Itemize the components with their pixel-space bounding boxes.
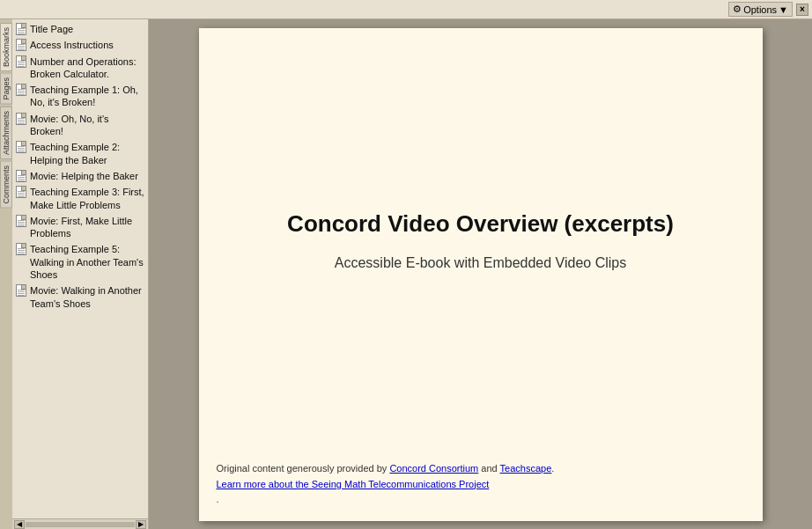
sidebar-item-label: Teaching Example 3: First, Make Little P… bbox=[30, 186, 144, 211]
tab-comments[interactable]: Comments bbox=[0, 161, 12, 209]
sidebar-item-label: Teaching Example 2: Helping the Baker bbox=[30, 141, 144, 166]
options-icon: ⚙ bbox=[733, 4, 742, 15]
main-area: Bookmarks Pages Attachments Comments Tit… bbox=[0, 19, 812, 529]
sidebar-item-label: Access Instructions bbox=[30, 39, 114, 51]
page-icon bbox=[16, 215, 26, 227]
pdf-subtitle: Accessible E-book with Embedded Video Cl… bbox=[335, 255, 626, 271]
sidebar-item[interactable]: Teaching Example 1: Oh, No, it's Broken! bbox=[12, 82, 148, 111]
sidebar-item[interactable]: Movie: First, Make Little Problems bbox=[12, 213, 148, 242]
sidebar-item[interactable]: Movie: Helping the Baker bbox=[12, 168, 148, 184]
page-icon bbox=[16, 55, 26, 68]
tab-bookmarks[interactable]: Bookmarks bbox=[0, 23, 12, 71]
sidebar-item-label: Number and Operations: Broken Calculator… bbox=[30, 55, 144, 81]
sidebar-item[interactable]: Number and Operations: Broken Calculator… bbox=[12, 54, 148, 83]
pdf-area: Concord Video Overview (excerpts) Access… bbox=[149, 19, 812, 529]
sidebar-item-label: Movie: Oh, No, it's Broken! bbox=[30, 113, 144, 138]
page-icon bbox=[16, 243, 26, 255]
page-icon bbox=[16, 23, 26, 35]
sidebar-item[interactable]: Movie: Walking in Another Team's Shoes bbox=[12, 283, 148, 312]
pdf-page-content: Concord Video Overview (excerpts) Access… bbox=[199, 28, 763, 452]
sidebar-item-label: Teaching Example 1: Oh, No, it's Broken! bbox=[30, 84, 144, 109]
page-icon bbox=[16, 170, 26, 182]
options-button[interactable]: ⚙ Options ▼ bbox=[728, 2, 793, 17]
sidebar-item-label: Movie: First, Make Little Problems bbox=[30, 215, 144, 240]
sidebar-item-label: Title Page bbox=[30, 23, 73, 35]
sidebar-scrollbar: ◀ ▶ bbox=[12, 518, 148, 529]
sidebar-item[interactable]: Access Instructions bbox=[12, 37, 148, 53]
footer-text4: . bbox=[217, 494, 219, 504]
page-icon bbox=[16, 113, 26, 125]
sidebar: Title PageAccess InstructionsNumber and … bbox=[12, 19, 149, 529]
page-icon bbox=[16, 141, 26, 153]
footer-text3: . bbox=[551, 463, 554, 474]
scroll-track[interactable] bbox=[26, 522, 135, 527]
scroll-left-button[interactable]: ◀ bbox=[14, 520, 25, 529]
sidebar-item[interactable]: Title Page bbox=[12, 21, 148, 37]
page-icon bbox=[16, 84, 26, 96]
sidebar-item-label: Movie: Walking in Another Team's Shoes bbox=[30, 284, 144, 310]
options-label: Options bbox=[743, 4, 777, 15]
dropdown-arrow: ▼ bbox=[779, 4, 788, 15]
concord-consortium-link[interactable]: Concord Consortium bbox=[389, 463, 478, 474]
page-icon bbox=[16, 39, 26, 51]
sidebar-item[interactable]: Movie: Oh, No, it's Broken! bbox=[12, 111, 148, 140]
sidebar-item-label: Movie: Helping the Baker bbox=[30, 170, 138, 182]
sidebar-item-label: Teaching Example 5: Walking in Another T… bbox=[30, 243, 144, 281]
teachscape-link[interactable]: Teachscape bbox=[500, 463, 552, 474]
tab-pages[interactable]: Pages bbox=[0, 73, 12, 105]
sidebar-content: Title PageAccess InstructionsNumber and … bbox=[12, 19, 148, 518]
seeing-math-link[interactable]: Learn more about the Seeing Math Telecom… bbox=[217, 477, 745, 493]
page-icon bbox=[16, 284, 26, 297]
close-button[interactable]: × bbox=[796, 4, 808, 16]
footer-text2: and bbox=[478, 463, 499, 474]
side-tabs: Bookmarks Pages Attachments Comments bbox=[0, 19, 12, 529]
page-icon bbox=[16, 186, 26, 198]
footer-text1: Original content generously provided by bbox=[217, 463, 390, 474]
pdf-page: Concord Video Overview (excerpts) Access… bbox=[199, 28, 763, 521]
tab-attachments[interactable]: Attachments bbox=[0, 107, 12, 159]
pdf-footer: Original content generously provided by … bbox=[199, 452, 763, 521]
pdf-title: Concord Video Overview (excerpts) bbox=[287, 210, 674, 238]
scroll-right-button[interactable]: ▶ bbox=[136, 520, 146, 529]
sidebar-item[interactable]: Teaching Example 2: Helping the Baker bbox=[12, 139, 148, 168]
sidebar-item[interactable]: Teaching Example 3: First, Make Little P… bbox=[12, 184, 148, 213]
top-bar: ⚙ Options ▼ × bbox=[0, 0, 812, 19]
sidebar-item[interactable]: Teaching Example 5: Walking in Another T… bbox=[12, 241, 148, 283]
